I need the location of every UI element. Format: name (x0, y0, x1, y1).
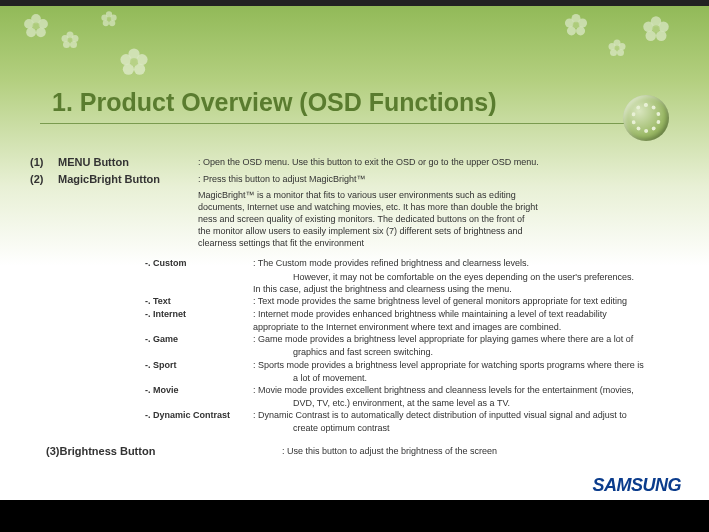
svg-point-1 (38, 19, 48, 29)
page-title: 1. Product Overview (OSD Functions) (52, 88, 497, 117)
mode-desc: : Movie mode provides excellent brightne… (253, 384, 679, 396)
svg-point-19 (136, 54, 147, 65)
mode-name: -. Text (145, 295, 253, 307)
svg-point-40 (643, 22, 654, 33)
item-desc: : Use this button to adjust the brightne… (282, 444, 497, 459)
flower-decoration (60, 30, 80, 50)
mode-row: -. Text: Text mode provides the same bri… (145, 295, 679, 307)
svg-point-11 (68, 38, 73, 43)
item-row-3: (3)Brightness Button : Use this button t… (30, 444, 679, 459)
mode-row: -. Dynamic Contrast: Dynamic Contrast is… (145, 409, 679, 421)
item-label: MagicBright Button (58, 172, 198, 187)
mode-name: -. Internet (145, 308, 253, 320)
svg-point-29 (573, 22, 580, 29)
svg-point-4 (24, 19, 34, 29)
svg-point-22 (120, 54, 131, 65)
mode-name: -. Dynamic Contrast (145, 409, 253, 421)
title-underline (40, 123, 640, 124)
mode-desc: : Game mode provides a brightness level … (253, 333, 679, 345)
mode-desc-cont: However, it may not be comfortable on th… (293, 271, 679, 283)
samsung-logo: SAMSUNG (592, 475, 681, 496)
magicbright-body: MagicBright™ is a monitor that fits to v… (198, 189, 679, 250)
item-number: (1) (30, 155, 58, 170)
mode-row: -. Game: Game mode provides a brightness… (145, 333, 679, 345)
flower-decoration (641, 14, 671, 44)
bottom-bar (0, 500, 709, 532)
mode-desc: : Sports mode provides a brightness leve… (253, 359, 679, 371)
item-desc: : Press this button to adjust MagicBrigh… (198, 172, 679, 187)
svg-point-10 (62, 35, 69, 42)
svg-point-16 (101, 15, 107, 21)
svg-point-37 (658, 22, 669, 33)
svg-point-35 (615, 46, 620, 51)
flower-decoration (100, 10, 118, 28)
item-row-1: (1) MENU Button : Open the OSD menu. Use… (30, 155, 679, 170)
item-row-2: (2) MagicBright Button : Press this butt… (30, 172, 679, 187)
svg-point-23 (130, 58, 138, 66)
item-number: (2) (30, 172, 58, 187)
mode-desc: : Dynamic Contrast is to automatically d… (253, 409, 679, 421)
flower-decoration (22, 12, 50, 40)
mode-desc-cont: appropriate to the Internet environment … (253, 321, 679, 333)
mode-desc: : Internet mode provides enhanced bright… (253, 308, 679, 320)
mode-name: -. Game (145, 333, 253, 345)
svg-point-5 (33, 23, 40, 30)
gear-badge-icon (623, 95, 669, 141)
mode-desc-cont: In this case, adjust the brightness and … (253, 283, 679, 295)
svg-point-17 (107, 17, 112, 22)
svg-point-31 (619, 43, 626, 50)
svg-point-34 (609, 43, 616, 50)
mode-desc-cont: DVD, TV, etc.) environment, at the same … (293, 397, 679, 409)
mode-row: -. Movie: Movie mode provides excellent … (145, 384, 679, 396)
mode-desc-cont: graphics and fast screen switching. (293, 346, 679, 358)
flower-decoration (607, 38, 627, 58)
modes-list: -. Custom: The Custom mode provides refi… (145, 257, 679, 434)
mode-name: -. Sport (145, 359, 253, 371)
svg-point-13 (110, 15, 116, 21)
mode-name: -. Movie (145, 384, 253, 396)
svg-point-7 (72, 35, 79, 42)
mode-desc: : Text mode provides the same brightness… (253, 295, 679, 307)
svg-point-28 (565, 19, 574, 28)
svg-point-41 (652, 25, 660, 33)
mode-row: -. Sport: Sports mode provides a brightn… (145, 359, 679, 371)
svg-point-25 (578, 19, 587, 28)
item-label: MENU Button (58, 155, 198, 170)
mode-name: -. Custom (145, 257, 253, 269)
item-label: (3)Brightness Button (30, 444, 282, 459)
mode-row: -. Custom: The Custom mode provides refi… (145, 257, 679, 269)
content-area: (1) MENU Button : Open the OSD menu. Use… (30, 155, 679, 459)
mode-desc-cont: create optimum contrast (293, 422, 679, 434)
item-desc: : Open the OSD menu. Use this button to … (198, 155, 679, 170)
top-bar (0, 0, 709, 6)
mode-desc: : The Custom mode provides refined brigh… (253, 257, 679, 269)
flower-decoration (118, 46, 150, 78)
mode-desc-cont: a lot of movement. (293, 372, 679, 384)
flower-decoration (563, 12, 589, 38)
mode-row: -. Internet: Internet mode provides enha… (145, 308, 679, 320)
